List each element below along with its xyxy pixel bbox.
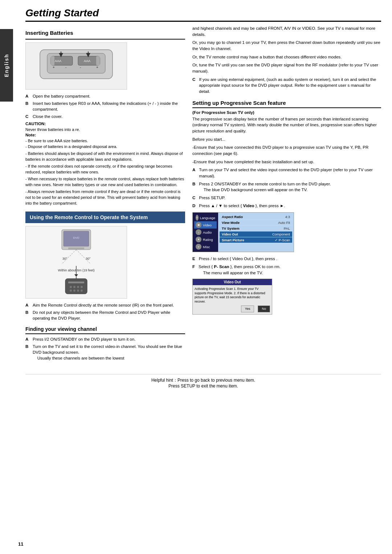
video-out-body: Activating Progressive Scan 1. Ensure yo… bbox=[193, 285, 272, 314]
video-icon: ▣ bbox=[196, 222, 201, 228]
svg-text:Within about 6m (19 feet): Within about 6m (19 feet) bbox=[58, 268, 94, 272]
battery-image: AAA AAA bbox=[25, 42, 127, 90]
svg-rect-3 bbox=[51, 56, 54, 65]
channel-step-a: A Press I/2 ON/STANDBY on the DVD player… bbox=[25, 336, 185, 342]
channel-step-b: B Turn on the TV and set it to the corre… bbox=[25, 344, 185, 361]
battery-step-a: A Open the battery compartment. bbox=[25, 93, 185, 99]
prog-step-b: B Press 2 ON/STANDBY on the remote contr… bbox=[192, 181, 381, 193]
svg-point-31 bbox=[77, 290, 79, 292]
svg-text:30°: 30° bbox=[86, 257, 91, 260]
menu-row-videoout: Video Out Component bbox=[220, 231, 292, 237]
menu-item-misc: ≡ Misc bbox=[194, 243, 217, 250]
channel-divider bbox=[25, 333, 185, 334]
svg-text:-: - bbox=[65, 65, 66, 69]
video-out-buttons: Yes No bbox=[195, 305, 270, 312]
channel-para-c: C If you are using external equipment, (… bbox=[192, 77, 381, 95]
progressive-scan-heading: Setting up Progressive Scan feature bbox=[192, 100, 381, 106]
prog-step-e: E Press / to select { Video Out }, then … bbox=[192, 256, 381, 262]
svg-text:AAA: AAA bbox=[84, 59, 90, 63]
svg-point-26 bbox=[73, 286, 75, 288]
svg-text:30°: 30° bbox=[62, 257, 68, 260]
inserting-batteries-heading: Inserting Batteries bbox=[25, 30, 185, 36]
svg-text:-: - bbox=[80, 65, 81, 69]
menu-row-smartpicture: Smart Picture ✓ P-Scan bbox=[220, 237, 292, 243]
prog-step-c: C Press SETUP. bbox=[192, 195, 381, 201]
caution-block: CAUTION: Never throw batteries into a re… bbox=[25, 122, 185, 206]
battery-steps: A Open the battery compartment. B Insert… bbox=[25, 93, 185, 119]
menu-screenshot: ⊙ Language ▣ Video ♪ Audio bbox=[192, 212, 294, 252]
menu-item-audio: ♪ Audio bbox=[194, 229, 217, 236]
page-container: English Getting Started Inserting Batter… bbox=[0, 0, 392, 554]
svg-rect-6 bbox=[96, 56, 100, 65]
channel-steps: A Press I/2 ON/STANDBY on the DVD player… bbox=[25, 336, 185, 361]
footer: Helpful hint：Press to go back to previou… bbox=[25, 374, 381, 389]
svg-marker-21 bbox=[74, 274, 78, 277]
note-items: - Be sure to use AAA size batteries. - D… bbox=[25, 138, 185, 206]
rating-icon: ★ bbox=[196, 237, 201, 242]
remote-steps: A Aim the Remote Control directly at the… bbox=[25, 302, 185, 321]
menu-item-rating: ★ Rating bbox=[194, 236, 217, 243]
finding-channel-heading: Finding your viewing channel bbox=[25, 326, 185, 332]
svg-rect-24 bbox=[68, 282, 84, 283]
svg-text:DVD: DVD bbox=[73, 236, 79, 239]
batteries-divider bbox=[25, 39, 185, 40]
svg-rect-23 bbox=[65, 279, 87, 294]
prog-step-a: A Turn on your TV and select the video i… bbox=[192, 167, 381, 179]
menu-row-viewmode: View Mode Auto Fit bbox=[220, 220, 292, 226]
menu-left: ⊙ Language ▣ Video ♪ Audio bbox=[193, 213, 218, 252]
svg-point-32 bbox=[81, 290, 83, 292]
video-out-header: Video Out bbox=[193, 279, 272, 285]
remote-step-a: A Aim the Remote Control directly at the… bbox=[25, 302, 185, 308]
misc-icon: ≡ bbox=[196, 244, 201, 250]
two-column-layout: Inserting Batteries AAA bbox=[25, 25, 381, 363]
footer-line1: Helpful hint：Press to go back to previou… bbox=[25, 377, 381, 383]
battery-diagram-svg: AAA AAA bbox=[29, 46, 123, 86]
left-column: Inserting Batteries AAA bbox=[25, 25, 185, 363]
svg-text:+: + bbox=[96, 65, 98, 69]
remote-step-b: B Do not put any objects between the Rem… bbox=[25, 309, 185, 321]
menu-row-aspect: Aspect Ratio 4:3 bbox=[220, 214, 292, 220]
svg-point-30 bbox=[73, 290, 75, 292]
finding-channel-cont: and highest channels and may be called F… bbox=[192, 25, 381, 37]
page-number: 11 bbox=[18, 541, 23, 547]
right-column: and highest channels and may be called F… bbox=[192, 25, 381, 363]
svg-point-28 bbox=[81, 286, 83, 288]
prog-scan-divider bbox=[192, 107, 381, 108]
svg-text:AAA: AAA bbox=[55, 59, 61, 63]
remote-control-header: Using the Remote Control to Operate the … bbox=[25, 212, 185, 223]
language-tab: English bbox=[0, 29, 13, 102]
audio-icon: ♪ bbox=[196, 229, 201, 235]
menu-right: Aspect Ratio 4:3 View Mode Auto Fit TV S… bbox=[218, 213, 294, 252]
svg-point-27 bbox=[77, 286, 79, 288]
menu-row-tvsystem: TV System PAL bbox=[220, 226, 292, 231]
main-content: Getting Started Inserting Batteries bbox=[18, 0, 392, 396]
prog-step-d: D Press ▲ / ▼ to select { Video }, then … bbox=[192, 203, 381, 209]
svg-rect-14 bbox=[68, 247, 84, 250]
language-icon: ⊙ bbox=[196, 215, 199, 221]
menu-item-language: ⊙ Language bbox=[194, 214, 217, 221]
battery-step-c: C Close the cover. bbox=[25, 114, 185, 119]
language-label: English bbox=[4, 54, 9, 77]
yes-button[interactable]: Yes bbox=[241, 305, 254, 312]
remote-diagram-svg: DVD 30° 30° Within about 6m (19 feet) bbox=[29, 228, 123, 297]
battery-step-b: B Insert two batteries type R03 or AAA, … bbox=[25, 100, 185, 112]
prog-step-f: F Select { P- Scan }, then press OK to c… bbox=[192, 264, 381, 276]
svg-point-29 bbox=[70, 290, 72, 292]
page-title: Getting Started bbox=[25, 7, 381, 22]
footer-line2: Press SETUP to exit the menu item. bbox=[25, 383, 381, 389]
video-out-dialog: Video Out Activating Progressive Scan 1.… bbox=[192, 279, 272, 314]
svg-point-25 bbox=[70, 286, 72, 288]
menu-sidebar: ⊙ Language ▣ Video ♪ Audio bbox=[193, 213, 294, 252]
menu-item-video: ▣ Video bbox=[194, 221, 217, 229]
remote-diagram: DVD 30° 30° Within about 6m (19 feet) bbox=[25, 226, 127, 299]
no-button[interactable]: No bbox=[258, 305, 270, 312]
svg-text:+: + bbox=[53, 65, 55, 69]
